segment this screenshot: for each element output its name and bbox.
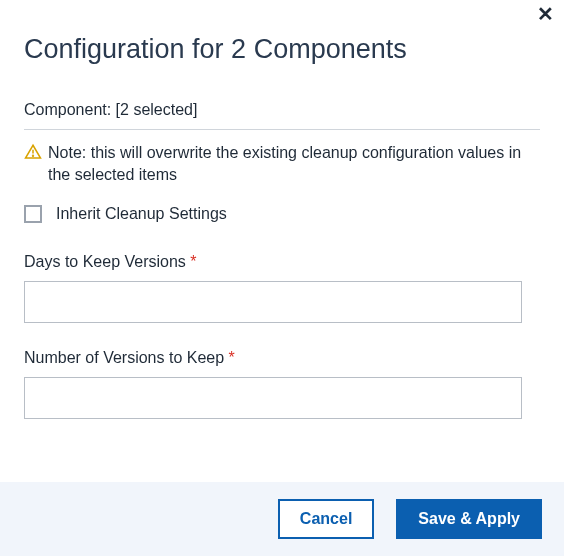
close-icon[interactable]: ✕ bbox=[537, 4, 554, 24]
versions-to-keep-label-text: Number of Versions to Keep bbox=[24, 349, 224, 366]
days-to-keep-field: Days to Keep Versions * bbox=[24, 253, 540, 323]
inherit-settings-row: Inherit Cleanup Settings bbox=[24, 205, 540, 223]
days-to-keep-label: Days to Keep Versions * bbox=[24, 253, 540, 271]
component-prefix: Component: bbox=[24, 101, 116, 118]
modal-footer: Cancel Save & Apply bbox=[0, 482, 564, 556]
warning-triangle-icon bbox=[24, 143, 42, 161]
note-text: Note: this will overwrite the existing c… bbox=[48, 142, 540, 185]
page-title: Configuration for 2 Components bbox=[24, 34, 540, 65]
days-to-keep-label-text: Days to Keep Versions bbox=[24, 253, 186, 270]
note-row: Note: this will overwrite the existing c… bbox=[24, 142, 540, 185]
svg-point-1 bbox=[33, 155, 34, 156]
versions-to-keep-label: Number of Versions to Keep * bbox=[24, 349, 540, 367]
days-to-keep-input[interactable] bbox=[24, 281, 522, 323]
required-marker: * bbox=[190, 253, 196, 270]
versions-to-keep-field: Number of Versions to Keep * bbox=[24, 349, 540, 419]
required-marker: * bbox=[229, 349, 235, 366]
versions-to-keep-input[interactable] bbox=[24, 377, 522, 419]
cancel-button[interactable]: Cancel bbox=[278, 499, 374, 539]
inherit-settings-checkbox[interactable] bbox=[24, 205, 42, 223]
save-apply-button[interactable]: Save & Apply bbox=[396, 499, 542, 539]
configuration-modal: ✕ Configuration for 2 Components Compone… bbox=[0, 0, 564, 556]
divider bbox=[24, 129, 540, 130]
component-value: [2 selected] bbox=[116, 101, 198, 118]
component-summary: Component: [2 selected] bbox=[24, 101, 540, 119]
inherit-settings-label: Inherit Cleanup Settings bbox=[56, 205, 227, 223]
